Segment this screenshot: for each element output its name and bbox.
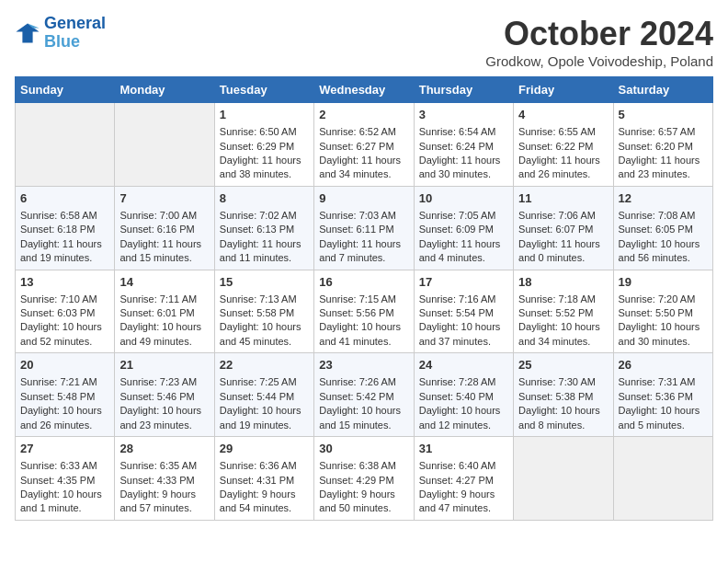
- calendar-cell: 19Sunrise: 7:20 AMSunset: 5:50 PMDayligh…: [613, 270, 712, 353]
- calendar-cell: 8Sunrise: 7:02 AMSunset: 6:13 PMDaylight…: [214, 186, 313, 270]
- weekday-header-saturday: Saturday: [613, 77, 712, 103]
- weekday-header-monday: Monday: [115, 77, 214, 103]
- calendar-cell: 29Sunrise: 6:36 AMSunset: 4:31 PMDayligh…: [214, 437, 313, 521]
- day-info: Sunrise: 7:02 AMSunset: 6:13 PMDaylight:…: [220, 210, 301, 263]
- calendar-week-4: 20Sunrise: 7:21 AMSunset: 5:48 PMDayligh…: [16, 353, 713, 437]
- calendar-cell: 3Sunrise: 6:54 AMSunset: 6:24 PMDaylight…: [414, 103, 513, 187]
- day-number: 23: [319, 357, 408, 373]
- calendar-cell: [613, 437, 712, 521]
- day-info: Sunrise: 7:16 AMSunset: 5:54 PMDaylight:…: [419, 293, 501, 347]
- calendar-cell: 2Sunrise: 6:52 AMSunset: 6:27 PMDaylight…: [314, 103, 414, 187]
- calendar-cell: 21Sunrise: 7:23 AMSunset: 5:46 PMDayligh…: [115, 353, 214, 437]
- day-number: 22: [220, 357, 309, 373]
- day-info: Sunrise: 6:40 AMSunset: 4:27 PMDaylight:…: [419, 460, 496, 513]
- day-info: Sunrise: 7:20 AMSunset: 5:50 PMDaylight:…: [619, 293, 700, 347]
- calendar-cell: 20Sunrise: 7:21 AMSunset: 5:48 PMDayligh…: [16, 353, 115, 437]
- page-header: GeneralBlue October 2024 Grodkow, Opole …: [15, 15, 713, 69]
- calendar-cell: 30Sunrise: 6:38 AMSunset: 4:29 PMDayligh…: [314, 437, 414, 521]
- calendar-week-3: 13Sunrise: 7:10 AMSunset: 6:03 PMDayligh…: [16, 270, 713, 353]
- day-number: 24: [419, 357, 508, 373]
- day-number: 25: [518, 357, 608, 373]
- weekday-header-friday: Friday: [514, 77, 613, 103]
- calendar-cell: 28Sunrise: 6:35 AMSunset: 4:33 PMDayligh…: [115, 437, 214, 521]
- calendar-week-2: 6Sunrise: 6:58 AMSunset: 6:18 PMDaylight…: [16, 186, 713, 270]
- weekday-header-thursday: Thursday: [414, 77, 513, 103]
- weekday-header-wednesday: Wednesday: [314, 77, 414, 103]
- calendar-table: SundayMondayTuesdayWednesdayThursdayFrid…: [15, 76, 713, 521]
- calendar-cell: [16, 103, 115, 187]
- day-number: 15: [220, 274, 309, 291]
- calendar-cell: 24Sunrise: 7:28 AMSunset: 5:40 PMDayligh…: [414, 353, 513, 437]
- day-number: 11: [518, 190, 608, 207]
- calendar-cell: 16Sunrise: 7:15 AMSunset: 5:56 PMDayligh…: [314, 270, 414, 353]
- day-number: 12: [619, 190, 708, 207]
- day-info: Sunrise: 7:28 AMSunset: 5:40 PMDaylight:…: [419, 376, 501, 430]
- day-info: Sunrise: 7:18 AMSunset: 5:52 PMDaylight:…: [518, 293, 600, 347]
- day-info: Sunrise: 7:21 AMSunset: 5:48 PMDaylight:…: [20, 376, 102, 430]
- calendar-cell: 25Sunrise: 7:30 AMSunset: 5:38 PMDayligh…: [514, 353, 613, 437]
- calendar-cell: 14Sunrise: 7:11 AMSunset: 6:01 PMDayligh…: [115, 270, 214, 353]
- weekday-header-tuesday: Tuesday: [214, 77, 313, 103]
- location-title: Grodkow, Opole Voivodeship, Poland: [485, 53, 713, 69]
- day-number: 16: [319, 274, 408, 291]
- title-block: October 2024 Grodkow, Opole Voivodeship,…: [485, 15, 713, 69]
- day-number: 2: [319, 107, 408, 123]
- day-number: 8: [220, 190, 309, 207]
- day-number: 3: [419, 107, 508, 123]
- day-number: 7: [119, 190, 209, 207]
- day-info: Sunrise: 7:15 AMSunset: 5:56 PMDaylight:…: [319, 293, 401, 347]
- calendar-cell: 13Sunrise: 7:10 AMSunset: 6:03 PMDayligh…: [16, 270, 115, 353]
- day-number: 5: [619, 107, 708, 123]
- day-number: 4: [518, 107, 608, 123]
- month-title: October 2024: [485, 15, 713, 53]
- day-info: Sunrise: 7:23 AMSunset: 5:46 PMDaylight:…: [119, 376, 201, 430]
- calendar-cell: 6Sunrise: 6:58 AMSunset: 6:18 PMDaylight…: [16, 186, 115, 270]
- day-info: Sunrise: 7:08 AMSunset: 6:05 PMDaylight:…: [619, 210, 700, 263]
- day-info: Sunrise: 7:10 AMSunset: 6:03 PMDaylight:…: [20, 293, 102, 347]
- calendar-cell: 9Sunrise: 7:03 AMSunset: 6:11 PMDaylight…: [314, 186, 414, 270]
- day-info: Sunrise: 6:50 AMSunset: 6:29 PMDaylight:…: [220, 126, 301, 179]
- calendar-cell: 27Sunrise: 6:33 AMSunset: 4:35 PMDayligh…: [16, 437, 115, 521]
- day-info: Sunrise: 6:57 AMSunset: 6:20 PMDaylight:…: [619, 126, 700, 179]
- day-number: 9: [319, 190, 408, 207]
- day-info: Sunrise: 6:35 AMSunset: 4:33 PMDaylight:…: [119, 460, 197, 513]
- day-info: Sunrise: 6:38 AMSunset: 4:29 PMDaylight:…: [319, 460, 396, 513]
- day-number: 19: [619, 274, 708, 291]
- calendar-cell: 18Sunrise: 7:18 AMSunset: 5:52 PMDayligh…: [514, 270, 613, 353]
- calendar-week-1: 1Sunrise: 6:50 AMSunset: 6:29 PMDaylight…: [16, 103, 713, 187]
- day-number: 21: [119, 357, 209, 373]
- calendar-cell: 31Sunrise: 6:40 AMSunset: 4:27 PMDayligh…: [414, 437, 513, 521]
- calendar-cell: 15Sunrise: 7:13 AMSunset: 5:58 PMDayligh…: [214, 270, 313, 353]
- day-number: 31: [419, 441, 508, 457]
- day-number: 26: [619, 357, 708, 373]
- day-info: Sunrise: 6:54 AMSunset: 6:24 PMDaylight:…: [419, 126, 501, 179]
- calendar-cell: 7Sunrise: 7:00 AMSunset: 6:16 PMDaylight…: [115, 186, 214, 270]
- day-info: Sunrise: 6:58 AMSunset: 6:18 PMDaylight:…: [20, 210, 102, 263]
- calendar-cell: 11Sunrise: 7:06 AMSunset: 6:07 PMDayligh…: [514, 186, 613, 270]
- day-info: Sunrise: 7:13 AMSunset: 5:58 PMDaylight:…: [220, 293, 301, 347]
- day-info: Sunrise: 7:00 AMSunset: 6:16 PMDaylight:…: [119, 210, 201, 263]
- day-info: Sunrise: 6:52 AMSunset: 6:27 PMDaylight:…: [319, 126, 401, 179]
- day-number: 10: [419, 190, 508, 207]
- day-number: 17: [419, 274, 508, 291]
- logo: GeneralBlue: [15, 15, 106, 52]
- day-number: 27: [20, 441, 109, 457]
- day-info: Sunrise: 7:26 AMSunset: 5:42 PMDaylight:…: [319, 376, 401, 430]
- day-number: 6: [20, 190, 109, 207]
- day-number: 28: [119, 441, 209, 457]
- calendar-cell: 10Sunrise: 7:05 AMSunset: 6:09 PMDayligh…: [414, 186, 513, 270]
- logo-icon: [15, 20, 40, 46]
- calendar-cell: 12Sunrise: 7:08 AMSunset: 6:05 PMDayligh…: [613, 186, 712, 270]
- calendar-week-5: 27Sunrise: 6:33 AMSunset: 4:35 PMDayligh…: [16, 437, 713, 521]
- day-number: 1: [220, 107, 309, 123]
- calendar-cell: 23Sunrise: 7:26 AMSunset: 5:42 PMDayligh…: [314, 353, 414, 437]
- day-info: Sunrise: 6:36 AMSunset: 4:31 PMDaylight:…: [220, 460, 297, 513]
- calendar-cell: 1Sunrise: 6:50 AMSunset: 6:29 PMDaylight…: [214, 103, 313, 187]
- calendar-cell: [514, 437, 613, 521]
- day-number: 14: [119, 274, 209, 291]
- day-info: Sunrise: 7:25 AMSunset: 5:44 PMDaylight:…: [220, 376, 301, 430]
- day-number: 13: [20, 274, 109, 291]
- day-info: Sunrise: 7:31 AMSunset: 5:36 PMDaylight:…: [619, 376, 700, 430]
- day-number: 18: [518, 274, 608, 291]
- day-number: 30: [319, 441, 408, 457]
